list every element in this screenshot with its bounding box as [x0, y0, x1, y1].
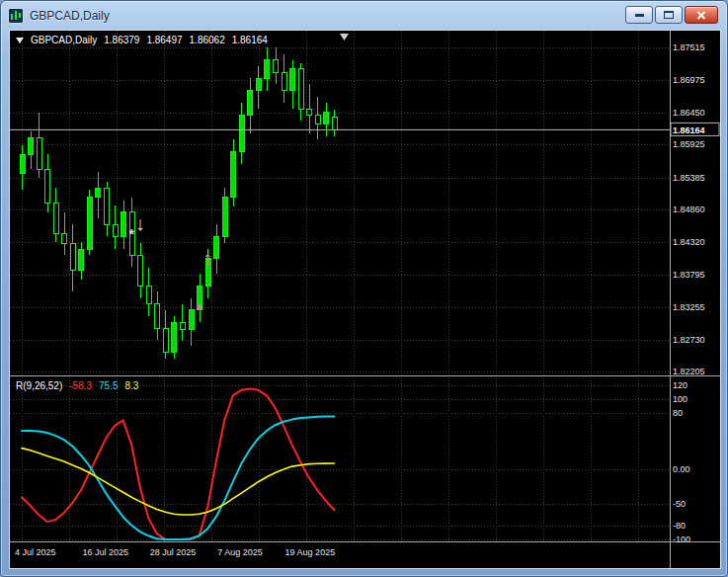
chart-app-icon — [8, 8, 24, 24]
indicator-value-3: 8.3 — [125, 380, 139, 391]
open-value: 1.86379 — [104, 35, 139, 45]
indicator-value-1: -58.3 — [69, 380, 92, 391]
svg-text:19 Aug 2025: 19 Aug 2025 — [285, 547, 336, 557]
titlebar[interactable]: GBPCAD,Daily — [1, 1, 727, 30]
low-value: 1.86062 — [190, 35, 225, 45]
svg-text:7 Aug 2025: 7 Aug 2025 — [217, 547, 263, 557]
svg-text:1.86975: 1.86975 — [673, 75, 705, 85]
close-icon — [696, 11, 706, 20]
price-axis-labels[interactable]: 1.875151.869751.864501.859251.853851.848… — [673, 42, 705, 376]
close-button[interactable] — [685, 6, 718, 24]
price-chart[interactable]: *↓*↑1.861641.875151.869751.864501.859251… — [10, 31, 720, 568]
svg-text:120: 120 — [673, 380, 688, 390]
indicator-readout: R(9,26,52) -58.3 75.5 8.3 — [16, 380, 138, 391]
ohlc-readout: GBPCAD,Daily 1.86379 1.86497 1.86062 1.8… — [16, 35, 268, 45]
svg-text:100: 100 — [673, 394, 688, 404]
down-arrow-icon: ↓ — [135, 212, 145, 234]
svg-text:1.84320: 1.84320 — [673, 237, 705, 247]
chart-shift-marker-icon[interactable] — [340, 34, 349, 41]
svg-text:1.86164: 1.86164 — [673, 125, 705, 135]
svg-text:0.00: 0.00 — [673, 464, 690, 474]
svg-text:-50: -50 — [673, 499, 686, 509]
star-marker-icon: * — [128, 226, 134, 242]
star-marker-icon: * — [197, 301, 202, 317]
svg-text:1.86450: 1.86450 — [673, 108, 705, 118]
chart-canvas[interactable]: *↓*↑1.861641.875151.869751.864501.859251… — [9, 30, 721, 569]
svg-text:1.83255: 1.83255 — [673, 302, 705, 312]
application-window: GBPCAD,Daily *↓*↑1.861641.875151.869751.… — [0, 0, 728, 577]
time-axis-labels[interactable]: 4 Jul 202516 Jul 202528 Jul 20257 Aug 20… — [15, 547, 335, 557]
window-title: GBPCAD,Daily — [30, 9, 110, 23]
svg-text:1.83795: 1.83795 — [673, 270, 705, 280]
pane-separators[interactable] — [10, 31, 720, 568]
svg-text:1.82205: 1.82205 — [673, 367, 705, 376]
indicator-lines-layer — [22, 388, 334, 539]
svg-text:28 Jul 2025: 28 Jul 2025 — [150, 547, 197, 557]
minimize-button[interactable] — [625, 6, 653, 24]
svg-text:1.82730: 1.82730 — [673, 335, 705, 345]
indicator-value-2: 75.5 — [99, 380, 118, 391]
up-arrow-icon: ↑ — [202, 247, 212, 269]
current-price-line: 1.86164 — [10, 123, 719, 135]
svg-text:-80: -80 — [673, 521, 686, 531]
signal-line — [22, 449, 334, 515]
high-value: 1.86497 — [146, 35, 182, 45]
svg-text:1.85925: 1.85925 — [673, 139, 705, 149]
minimize-icon — [635, 14, 644, 17]
symbol-period-label: GBPCAD,Daily — [31, 35, 97, 45]
svg-text:4 Jul 2025: 4 Jul 2025 — [15, 547, 56, 557]
svg-text:1.87515: 1.87515 — [673, 42, 705, 52]
candles-layer — [20, 47, 337, 360]
maximize-button[interactable] — [655, 6, 683, 24]
svg-text:16 Jul 2025: 16 Jul 2025 — [82, 547, 128, 557]
svg-text:80: 80 — [673, 408, 683, 418]
grid-layer — [10, 31, 670, 541]
close-value: 1.86164 — [232, 35, 268, 45]
svg-text:-100: -100 — [673, 535, 690, 544]
svg-text:1.85385: 1.85385 — [673, 173, 705, 183]
svg-text:1.84860: 1.84860 — [673, 205, 705, 214]
maximize-icon — [664, 11, 674, 19]
window-controls — [625, 6, 718, 24]
indicator-name: R(9,26,52) — [16, 380, 62, 391]
indicator-axis-labels[interactable]: 120100800.00-50-80-100 — [673, 380, 690, 544]
expand-panel-arrow-icon[interactable] — [16, 38, 24, 43]
